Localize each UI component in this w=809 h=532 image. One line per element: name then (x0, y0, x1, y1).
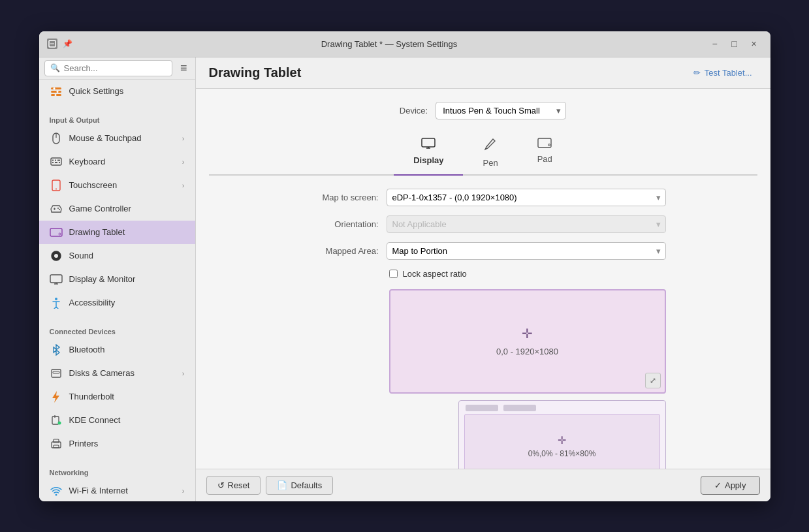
quick-settings-icon (50, 85, 63, 98)
test-tablet-button[interactable]: ✏ Test Tablet... (688, 65, 757, 80)
minimize-button[interactable]: − (706, 35, 723, 52)
svg-point-6 (56, 91, 58, 93)
pin-icon[interactable]: 📌 (63, 39, 72, 48)
lock-aspect-label[interactable]: Lock aspect ratio (403, 269, 467, 279)
orientation-control: Not Applicable (387, 215, 666, 233)
disks-chevron-icon: › (182, 369, 185, 377)
apply-icon: ✓ (714, 480, 722, 490)
tab-pen-icon (484, 138, 496, 155)
sidebar-item-printers[interactable]: Printers (39, 432, 195, 456)
sidebar-item-quick-settings[interactable]: Quick Settings (39, 80, 195, 103)
svg-point-39 (55, 493, 57, 495)
titlebar: 📌 Drawing Tablet * — System Settings − □… (39, 31, 770, 57)
content-body: Device: Intuos Pen & Touch Small (196, 89, 770, 469)
reset-button[interactable]: ↺ Reset (206, 476, 261, 495)
svg-rect-10 (52, 160, 54, 161)
sidebar-item-drawingtablet[interactable]: Drawing Tablet (39, 221, 195, 244)
svg-rect-12 (57, 160, 59, 161)
device-select[interactable]: Intuos Pen & Touch Small (436, 102, 566, 119)
sidebar-item-gamecontroller[interactable]: Game Controller (39, 197, 195, 221)
apply-button[interactable]: ✓ Apply (701, 476, 760, 495)
gamecontroller-label: Game Controller (69, 204, 131, 213)
kde-label: KDE Connect (69, 415, 121, 425)
map-to-screen-row: Map to screen: eDP-1-0x1357 - (0,0 1920×… (300, 189, 666, 206)
accessibility-icon (50, 296, 63, 309)
lock-aspect-checkbox[interactable] (389, 270, 398, 278)
display-label: Display & Monitor (69, 274, 136, 284)
map-to-screen-control: eDP-1-0x1357 - (0,0 1920×1080) (387, 189, 666, 206)
orientation-label: Orientation: (300, 219, 379, 229)
map-main-display[interactable]: ✛ 0,0 - 1920×1080 ⤢ (389, 289, 666, 394)
defaults-button[interactable]: 📄 Defaults (266, 476, 333, 495)
sidebar-item-kde[interactable]: KDE Connect (39, 409, 195, 432)
titlebar-controls: − □ × (706, 35, 763, 52)
sidebar-item-thunderbolt[interactable]: Thunderbolt (39, 385, 195, 409)
sidebar-item-touchscreen[interactable]: Touchscreen › (39, 174, 195, 197)
touchscreen-label: Touchscreen (69, 180, 118, 190)
mouse-chevron-icon: › (182, 134, 185, 142)
orientation-row: Orientation: Not Applicable (300, 215, 666, 233)
tab-display[interactable]: Display (394, 133, 463, 176)
map-resize-button[interactable]: ⤢ (645, 373, 661, 388)
device-row: Device: Intuos Pen & Touch Small (209, 102, 757, 119)
sidebar-item-mouse[interactable]: Mouse & Touchpad › (39, 127, 195, 150)
menu-icon[interactable]: ≡ (178, 61, 190, 75)
svg-rect-14 (55, 162, 57, 163)
titlebar-title: Drawing Tablet * — System Settings (72, 39, 706, 49)
defaults-label: Defaults (291, 480, 322, 490)
sidebar-item-keyboard[interactable]: Keyboard › (39, 150, 195, 174)
svg-rect-11 (55, 160, 56, 161)
sidebar-item-display[interactable]: Display & Monitor (39, 268, 195, 291)
sound-label: Sound (69, 251, 94, 260)
sidebar-item-disks[interactable]: Disks & Cameras › (39, 362, 195, 385)
close-button[interactable]: × (746, 35, 763, 52)
keyboard-chevron-icon: › (182, 158, 185, 166)
sound-icon (50, 249, 63, 262)
mapped-area-row: Mapped Area: Map to Full Area Map to Por… (300, 242, 666, 260)
content-area: Drawing Tablet ✏ Test Tablet... Device: … (196, 57, 770, 501)
sidebar-item-wifi[interactable]: Wi-Fi & Internet › (39, 479, 195, 501)
search-icon: 🔍 (50, 63, 60, 72)
tab-pad[interactable]: Pad (518, 133, 572, 176)
tablet-map-area[interactable]: ✛ 0%,0% - 81%×80% (464, 414, 660, 469)
search-box: 🔍 (44, 60, 172, 76)
wifi-label: Wi-Fi & Internet (69, 486, 128, 495)
bluetooth-label: Bluetooth (69, 345, 105, 354)
keyboard-label: Keyboard (69, 157, 106, 166)
svg-point-24 (59, 233, 61, 235)
search-input[interactable] (64, 63, 167, 73)
svg-point-5 (53, 87, 55, 89)
maximize-button[interactable]: □ (726, 35, 743, 52)
edit-icon: ✏ (693, 68, 701, 78)
svg-point-18 (56, 188, 57, 189)
gamecontroller-icon (50, 202, 63, 215)
svg-point-26 (54, 254, 58, 258)
sidebar-item-accessibility[interactable]: Accessibility (39, 291, 195, 315)
mapped-area-select[interactable]: Map to Full Area Map to Portion (387, 242, 666, 260)
quick-settings-label: Quick Settings (69, 86, 124, 96)
drawingtablet-icon (50, 226, 63, 239)
tablet-move-icon: ✛ (558, 434, 566, 446)
map-to-screen-label: Map to screen: (300, 193, 379, 202)
svg-point-7 (54, 94, 56, 96)
svg-rect-33 (52, 416, 59, 424)
thunderbolt-label: Thunderbolt (69, 392, 114, 401)
svg-point-22 (59, 209, 60, 210)
svg-rect-13 (52, 162, 54, 163)
wifi-chevron-icon: › (182, 487, 185, 495)
sidebar-item-bluetooth[interactable]: Bluetooth (39, 338, 195, 362)
tabs-row: Display Pen (209, 133, 757, 176)
map-to-screen-select[interactable]: eDP-1-0x1357 - (0,0 1920×1080) (387, 189, 666, 206)
section-label-input-output: Input & Output (39, 108, 195, 127)
tablet-bar-btn-1 (466, 405, 498, 411)
sidebar-top-actions: 🔍 ≡ (39, 57, 195, 80)
tab-display-icon (421, 138, 436, 153)
svg-point-21 (57, 208, 59, 209)
printers-label: Printers (69, 439, 99, 448)
tab-pen[interactable]: Pen (463, 133, 517, 176)
map-main-container: ✛ 0,0 - 1920×1080 ⤢ (389, 289, 666, 394)
titlebar-left: 📌 (47, 39, 72, 49)
sidebar-item-sound[interactable]: Sound (39, 244, 195, 268)
keyboard-icon (50, 155, 63, 168)
section-label-networking: Networking (39, 461, 195, 479)
